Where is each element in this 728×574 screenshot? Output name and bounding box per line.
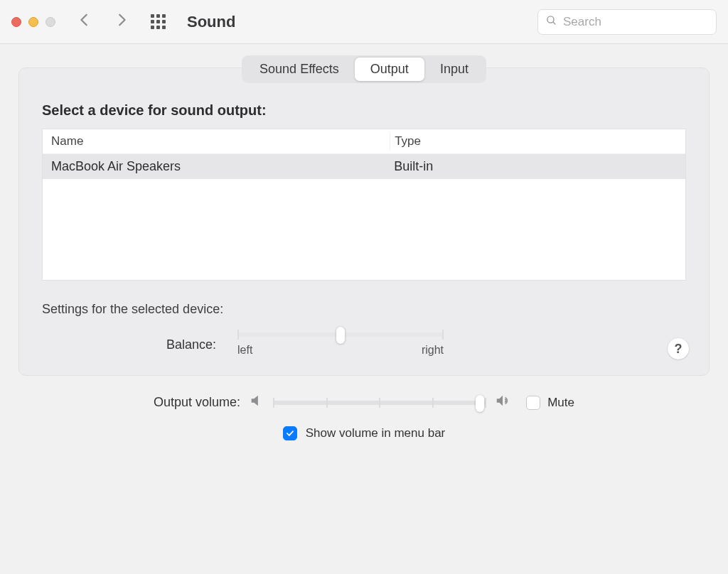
search-icon bbox=[545, 14, 557, 30]
search-input[interactable] bbox=[563, 15, 709, 29]
tab-sound-effects[interactable]: Sound Effects bbox=[244, 58, 355, 81]
balance-slider[interactable]: left right bbox=[237, 332, 444, 357]
mute-control: Mute bbox=[526, 396, 574, 410]
minimize-window-button[interactable] bbox=[28, 17, 38, 27]
column-header-type[interactable]: Type bbox=[390, 133, 685, 150]
table-row[interactable]: MacBook Air Speakers Built-in bbox=[43, 154, 685, 179]
balance-right-label: right bbox=[422, 344, 444, 357]
output-volume-label: Output volume: bbox=[154, 395, 240, 410]
panel-heading: Select a device for sound output: bbox=[42, 102, 686, 119]
output-volume-slider[interactable] bbox=[273, 401, 486, 405]
volume-high-icon bbox=[495, 393, 510, 412]
settings-section-label: Settings for the selected device: bbox=[42, 302, 686, 317]
svg-line-1 bbox=[553, 21, 555, 23]
balance-row: Balance: left right bbox=[159, 332, 686, 357]
show-all-button[interactable] bbox=[151, 14, 166, 29]
window-titlebar: Sound bbox=[0, 0, 728, 44]
tabs-container: Sound Effects Output Input bbox=[0, 55, 728, 83]
forward-button[interactable] bbox=[114, 12, 129, 31]
device-table: Name Type MacBook Air Speakers Built-in bbox=[42, 129, 686, 281]
table-header-row: Name Type bbox=[43, 129, 685, 154]
tab-output[interactable]: Output bbox=[355, 58, 424, 81]
zoom-window-button[interactable] bbox=[46, 17, 55, 27]
device-type-cell: Built-in bbox=[390, 159, 685, 174]
volume-low-icon bbox=[249, 393, 264, 412]
window-controls bbox=[11, 17, 55, 27]
nav-arrows bbox=[77, 12, 129, 31]
balance-label: Balance: bbox=[159, 337, 216, 352]
search-field-wrap[interactable] bbox=[537, 9, 717, 35]
show-in-menu-bar-row: Show volume in menu bar bbox=[18, 426, 710, 440]
output-panel: Select a device for sound output: Name T… bbox=[18, 67, 710, 376]
device-name-cell: MacBook Air Speakers bbox=[43, 159, 390, 174]
segmented-control: Sound Effects Output Input bbox=[242, 55, 486, 83]
balance-left-label: left bbox=[237, 344, 252, 357]
tab-input[interactable]: Input bbox=[424, 58, 484, 81]
back-button[interactable] bbox=[77, 12, 92, 31]
svg-point-0 bbox=[547, 16, 554, 22]
help-button[interactable]: ? bbox=[668, 338, 689, 359]
mute-label: Mute bbox=[547, 396, 574, 410]
footer: Output volume: Mute Show volume in menu … bbox=[0, 393, 728, 440]
column-header-name[interactable]: Name bbox=[43, 134, 390, 148]
output-volume-row: Output volume: Mute bbox=[18, 393, 710, 412]
window-title: Sound bbox=[187, 13, 537, 31]
close-window-button[interactable] bbox=[11, 17, 21, 27]
show-in-menu-bar-checkbox[interactable] bbox=[283, 426, 297, 440]
show-in-menu-bar-label: Show volume in menu bar bbox=[306, 426, 446, 440]
mute-checkbox[interactable] bbox=[526, 396, 540, 410]
